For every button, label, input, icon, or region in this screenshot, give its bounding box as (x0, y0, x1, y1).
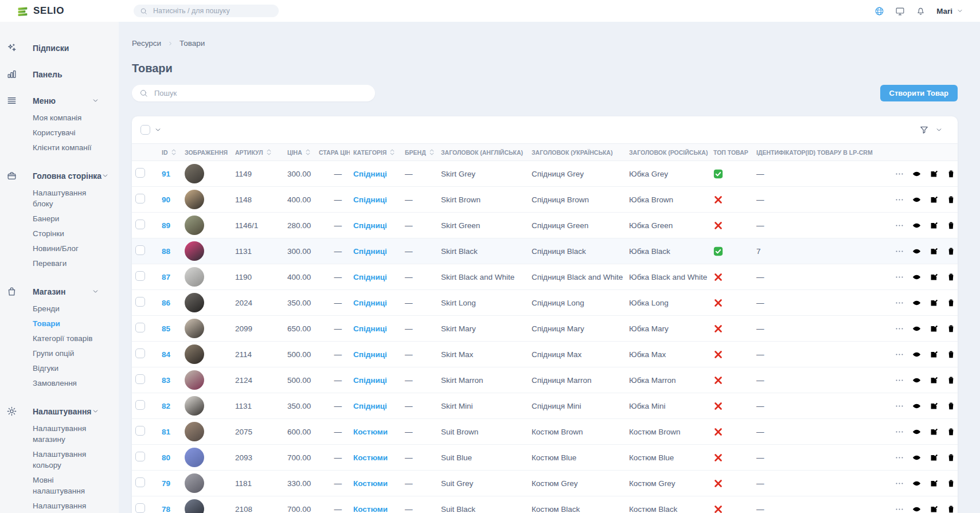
product-image[interactable] (185, 267, 204, 287)
product-image[interactable] (185, 370, 204, 390)
more-actions-button[interactable] (895, 479, 904, 488)
product-image[interactable] (185, 319, 204, 338)
category-link[interactable]: Спідниці (353, 195, 387, 204)
more-actions-button[interactable] (895, 401, 904, 411)
delete-button[interactable] (946, 272, 956, 282)
sidebar-item[interactable]: Магазин (0, 286, 119, 297)
view-button[interactable] (912, 504, 922, 513)
category-link[interactable]: Костюми (353, 453, 388, 462)
product-id-link[interactable]: 78 (162, 505, 170, 513)
delete-button[interactable] (946, 375, 956, 385)
more-actions-button[interactable] (895, 375, 904, 385)
more-actions-button[interactable] (895, 246, 904, 256)
sidebar-subitem[interactable]: Налаштування блоку (33, 185, 103, 211)
view-button[interactable] (912, 272, 922, 282)
edit-button[interactable] (929, 504, 939, 513)
view-button[interactable] (912, 169, 922, 179)
row-checkbox[interactable] (135, 477, 145, 487)
selio-logo[interactable]: SELIO (0, 5, 119, 17)
delete-button[interactable] (946, 246, 956, 256)
sidebar-item[interactable]: Панель (0, 69, 119, 80)
category-link[interactable]: Костюми (353, 479, 388, 488)
globe-icon[interactable] (874, 6, 884, 16)
row-checkbox[interactable] (135, 297, 145, 307)
category-link[interactable]: Костюми (353, 428, 388, 436)
delete-button[interactable] (946, 350, 956, 359)
more-actions-button[interactable] (895, 427, 904, 437)
edit-button[interactable] (929, 401, 939, 411)
more-actions-button[interactable] (895, 350, 904, 359)
sidebar-subitem[interactable]: Товари (33, 316, 103, 331)
delete-button[interactable] (946, 195, 956, 205)
product-id-link[interactable]: 85 (162, 324, 170, 333)
sidebar-subitem[interactable]: Мовні налаштування (33, 472, 103, 498)
column-header[interactable]: КАТЕГОРІЯ (350, 144, 401, 161)
view-button[interactable] (912, 350, 922, 359)
global-search-input[interactable] (152, 6, 272, 15)
edit-button[interactable] (929, 169, 939, 179)
breadcrumb-root[interactable]: Ресурси (132, 39, 161, 48)
view-button[interactable] (912, 375, 922, 385)
view-button[interactable] (912, 479, 922, 488)
view-button[interactable] (912, 401, 922, 411)
row-checkbox[interactable] (135, 348, 145, 358)
delete-button[interactable] (946, 427, 956, 437)
edit-button[interactable] (929, 272, 939, 282)
row-checkbox[interactable] (135, 374, 145, 384)
product-image[interactable] (185, 190, 204, 209)
view-button[interactable] (912, 453, 922, 463)
product-id-link[interactable]: 90 (162, 195, 170, 204)
sidebar-subitem[interactable]: Бренди (33, 301, 103, 316)
column-header[interactable]: БРЕНД (401, 144, 438, 161)
edit-button[interactable] (929, 195, 939, 205)
chevron-down-icon[interactable] (154, 126, 162, 134)
sidebar-item[interactable]: Меню (0, 95, 119, 106)
category-link[interactable]: Спідниці (353, 170, 387, 178)
column-header[interactable]: АРТИКУЛ (232, 144, 284, 161)
product-image[interactable] (185, 448, 204, 467)
row-checkbox[interactable] (135, 168, 145, 178)
more-actions-button[interactable] (895, 169, 904, 179)
row-checkbox[interactable] (135, 452, 145, 461)
row-checkbox[interactable] (135, 323, 145, 332)
more-actions-button[interactable] (895, 272, 904, 282)
category-link[interactable]: Спідниці (353, 221, 387, 230)
category-link[interactable]: Спідниці (353, 376, 387, 385)
view-button[interactable] (912, 298, 922, 308)
product-image[interactable] (185, 164, 204, 183)
product-image[interactable] (185, 241, 204, 261)
row-checkbox[interactable] (135, 245, 145, 255)
sidebar-subitem[interactable]: Банери (33, 211, 103, 226)
edit-button[interactable] (929, 324, 939, 334)
user-menu[interactable]: Mari (936, 7, 963, 15)
delete-button[interactable] (946, 221, 956, 230)
sidebar-subitem[interactable]: Клієнти компанії (33, 140, 103, 155)
product-image[interactable] (185, 499, 204, 513)
product-image[interactable] (185, 293, 204, 312)
sidebar-subitem[interactable]: Новини/Блог (33, 241, 103, 256)
select-all-checkbox[interactable] (140, 125, 150, 135)
product-id-link[interactable]: 89 (162, 221, 170, 230)
row-checkbox[interactable] (135, 220, 145, 229)
sidebar-subitem[interactable]: Групи опцій (33, 346, 103, 361)
edit-button[interactable] (929, 350, 939, 359)
row-checkbox[interactable] (135, 400, 145, 410)
delete-button[interactable] (946, 169, 956, 179)
filter-icon[interactable] (919, 125, 929, 135)
delete-button[interactable] (946, 401, 956, 411)
sidebar-subitem[interactable]: Налаштування сторінки оформлення замовле… (33, 498, 103, 513)
view-button[interactable] (912, 427, 922, 437)
product-id-link[interactable]: 83 (162, 376, 170, 385)
delete-button[interactable] (946, 504, 956, 513)
row-checkbox[interactable] (135, 503, 145, 513)
sidebar-subitem[interactable]: Сторінки (33, 226, 103, 241)
edit-button[interactable] (929, 246, 939, 256)
category-link[interactable]: Спідниці (353, 324, 387, 333)
global-search[interactable] (134, 5, 279, 17)
product-id-link[interactable]: 87 (162, 273, 170, 281)
edit-button[interactable] (929, 479, 939, 488)
row-checkbox[interactable] (135, 426, 145, 436)
sidebar-subitem[interactable]: Налаштування кольору (33, 447, 103, 472)
more-actions-button[interactable] (895, 453, 904, 463)
more-actions-button[interactable] (895, 504, 904, 513)
